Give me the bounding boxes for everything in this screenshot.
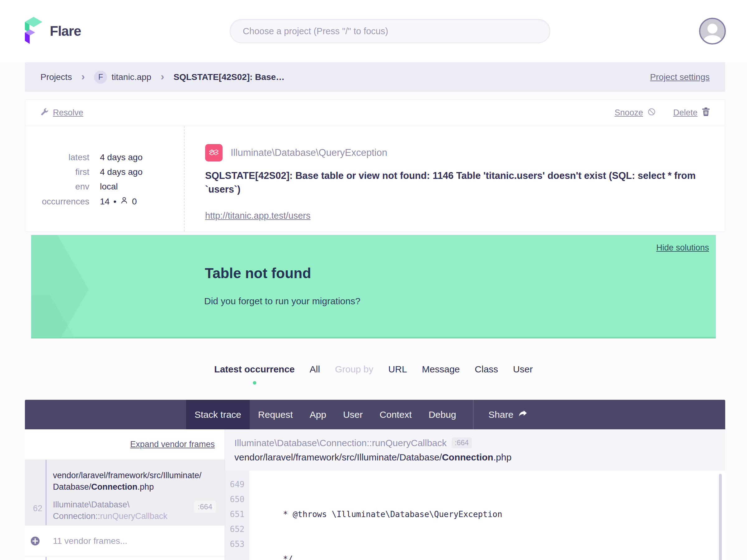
avatar-head-shape bbox=[707, 24, 717, 34]
search-placeholder: Choose a project (Press "/" to focus) bbox=[243, 26, 388, 36]
tab-message[interactable]: Message bbox=[422, 364, 460, 375]
occurrence-tabs: Latest occurrence All Group by URL Messa… bbox=[0, 339, 747, 400]
tab-url[interactable]: URL bbox=[388, 364, 407, 375]
tab-divider bbox=[473, 400, 473, 429]
code-header: Illuminate\Database\Connection::runQuery… bbox=[225, 429, 725, 471]
project-settings-link[interactable]: Project settings bbox=[650, 72, 710, 82]
error-content: Illuminate\Database\QueryException SQLST… bbox=[185, 126, 725, 232]
tab-debug[interactable]: Debug bbox=[420, 400, 464, 429]
tab-detail-user[interactable]: User bbox=[335, 400, 371, 429]
frame-item-next[interactable] bbox=[25, 557, 225, 560]
occurrences-value: 14 • 0 bbox=[100, 196, 137, 207]
frame-item-selected[interactable]: 62 vendor/laravel/framework/src/Illumina… bbox=[25, 460, 225, 525]
resolve-button[interactable]: Resolve bbox=[40, 108, 83, 118]
hide-solutions-link[interactable]: Hide solutions bbox=[656, 243, 709, 252]
stack-trace-panel: Expand vendor frames 62 vendor/laravel/f… bbox=[25, 429, 725, 560]
delete-label: Delete bbox=[673, 108, 697, 117]
expand-vendor-frames-link[interactable]: Expand vendor frames bbox=[130, 439, 215, 449]
breadcrumb-projects[interactable]: Projects bbox=[41, 72, 72, 82]
project-badge: F bbox=[94, 71, 107, 84]
exception-class: Illuminate\Database\QueryException bbox=[231, 147, 387, 158]
tab-label: Latest occurrence bbox=[214, 364, 294, 374]
flare-logo-icon bbox=[25, 17, 42, 46]
solution-title: Table not found bbox=[205, 265, 311, 282]
tab-app[interactable]: App bbox=[301, 400, 335, 429]
line-number: 649 bbox=[225, 477, 249, 492]
line-number: 651 bbox=[225, 507, 249, 522]
meta-label: first bbox=[25, 167, 89, 177]
plus-circle-icon bbox=[30, 536, 41, 546]
error-meta: latest 4 days ago first 4 days ago env l… bbox=[25, 126, 185, 232]
detail-tabs: Stack trace Request App User Context Deb… bbox=[25, 400, 725, 429]
frame-accent-line bbox=[46, 460, 47, 525]
frame-method: Illuminate\Database\ Connection::runQuer… bbox=[53, 499, 215, 522]
top-bar: Flare Choose a project (Press "/" to foc… bbox=[0, 0, 747, 62]
error-actions-bar: Resolve Snooze Delete bbox=[25, 100, 725, 126]
vendor-frames-toggle[interactable]: 11 vendor frames... bbox=[25, 525, 225, 557]
line-number-gutter: 649 650 651 652 653 bbox=[225, 471, 249, 560]
meta-row-first: first 4 days ago bbox=[25, 167, 184, 177]
code-panel: Illuminate\Database\Connection::runQuery… bbox=[225, 429, 725, 560]
meta-row-occurrences: occurrences 14 • 0 bbox=[25, 196, 184, 207]
brand[interactable]: Flare bbox=[25, 17, 81, 46]
frame-accent-line bbox=[46, 557, 47, 560]
vendor-frames-label: 11 vendor frames... bbox=[53, 536, 127, 546]
code-header-method: Illuminate\Database\Connection::runQuery… bbox=[234, 438, 447, 448]
occurrence-count: 14 bbox=[100, 196, 109, 207]
share-arrow-icon bbox=[518, 409, 527, 420]
breadcrumb-project-label: titanic.app bbox=[111, 72, 151, 82]
frame-file-path: vendor/laravel/framework/src/Illuminate/… bbox=[53, 470, 215, 493]
solution-banner: Hide solutions Table not found Did you f… bbox=[31, 235, 716, 339]
meta-row-env: env local bbox=[25, 182, 184, 192]
delete-button[interactable]: Delete bbox=[673, 107, 710, 118]
meta-value: 4 days ago bbox=[100, 167, 143, 177]
code-line: * @throws \Illuminate\Database\QueryExce… bbox=[259, 507, 725, 522]
active-tab-dot bbox=[253, 381, 256, 384]
tab-latest-occurrence[interactable]: Latest occurrence bbox=[214, 364, 294, 375]
bullet-separator: • bbox=[113, 196, 117, 207]
tab-context[interactable]: Context bbox=[371, 400, 420, 429]
tab-user[interactable]: User bbox=[513, 364, 533, 375]
affected-users-count: 0 bbox=[132, 196, 137, 207]
project-search-input[interactable]: Choose a project (Press "/" to focus) bbox=[230, 19, 550, 43]
tab-all[interactable]: All bbox=[310, 364, 320, 375]
trash-icon bbox=[702, 107, 710, 118]
line-number: 650 bbox=[225, 492, 249, 507]
code-line: */ bbox=[259, 552, 725, 560]
code-header-path: vendor/laravel/framework/src/Illuminate/… bbox=[234, 452, 725, 463]
breadcrumb: Projects › F titanic.app › SQLSTATE[42S0… bbox=[25, 62, 725, 92]
tab-class[interactable]: Class bbox=[475, 364, 498, 375]
line-number: 653 bbox=[225, 537, 249, 552]
error-url-link[interactable]: http://titanic.app.test/users bbox=[205, 211, 311, 221]
code-scrollbar[interactable] bbox=[719, 474, 722, 560]
breadcrumb-error: SQLSTATE[42S02]: Base… bbox=[173, 72, 284, 82]
error-card: Resolve Snooze Delete latest 4 days ago bbox=[25, 100, 725, 232]
frame-index: 62 bbox=[25, 504, 42, 513]
chevron-right-icon: › bbox=[81, 76, 85, 78]
ban-icon bbox=[647, 108, 656, 118]
meta-value: local bbox=[100, 182, 118, 192]
share-button[interactable]: Share bbox=[482, 400, 534, 429]
solution-description: Did you forget to run your migrations? bbox=[204, 296, 360, 306]
error-card-body: latest 4 days ago first 4 days ago env l… bbox=[25, 126, 725, 232]
brand-name: Flare bbox=[50, 23, 81, 39]
share-label: Share bbox=[488, 409, 513, 420]
meta-value: 4 days ago bbox=[100, 153, 143, 162]
meta-row-latest: latest 4 days ago bbox=[25, 153, 184, 162]
frame-line-number-badge: :664 bbox=[194, 501, 216, 513]
chevron-right-icon: › bbox=[161, 76, 164, 78]
exception-message: SQLSTATE[42S02]: Base table or view not … bbox=[205, 169, 697, 196]
resolve-label: Resolve bbox=[53, 108, 83, 117]
tab-request[interactable]: Request bbox=[250, 400, 301, 429]
frames-sidebar: Expand vendor frames 62 vendor/laravel/f… bbox=[25, 429, 225, 560]
breadcrumb-project[interactable]: F titanic.app bbox=[94, 71, 151, 84]
meta-label: latest bbox=[25, 153, 89, 162]
meta-label: env bbox=[25, 182, 89, 192]
meta-label: occurrences bbox=[25, 196, 89, 207]
line-number: 652 bbox=[225, 522, 249, 537]
tab-group-by[interactable]: Group by bbox=[335, 364, 373, 375]
user-avatar[interactable] bbox=[699, 18, 726, 45]
person-icon bbox=[120, 196, 128, 207]
snooze-button[interactable]: Snooze bbox=[614, 107, 656, 118]
tab-stack-trace[interactable]: Stack trace bbox=[186, 400, 250, 429]
